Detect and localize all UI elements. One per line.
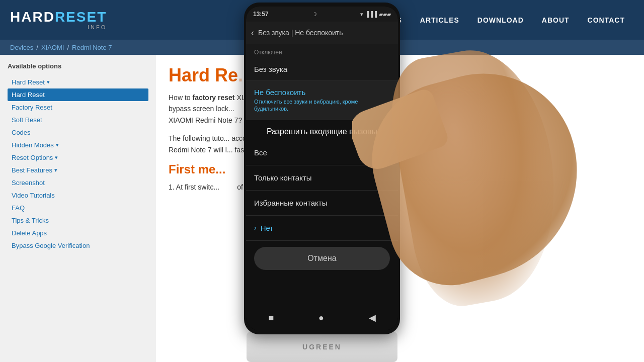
option-contacts[interactable]: Только контакты xyxy=(246,165,398,191)
sidebar-item-best-features[interactable]: Best Features ▾ xyxy=(8,164,148,176)
sidebar-item-label: Delete Apps xyxy=(12,229,47,237)
dropdown-arrow-icon: ▾ xyxy=(54,167,57,173)
sidebar-item-label: Hidden Modes xyxy=(12,141,54,149)
sidebar-item-soft-reset[interactable]: Soft Reset xyxy=(8,114,148,126)
sidebar-item-label: Best Features xyxy=(12,166,52,174)
sidebar-item-label: Codes xyxy=(12,129,31,136)
sidebar-item-delete-apps[interactable]: Delete Apps xyxy=(8,227,148,239)
phone-device: 13:57 ☽ ▾ ▐▐▐ ▰▰▰ ‹ Без звука | Не беспо… xyxy=(244,3,400,334)
nav-articles[interactable]: ARTICLES xyxy=(411,16,468,24)
phone-inner-content: Отключен Без звука Не беспокоить Отключи… xyxy=(246,44,398,305)
sidebar-item-label: FAQ xyxy=(12,204,25,212)
phone-area: UGREEN 13:57 ☽ ▾ ▐▐▐ ▰▰▰ ‹ Без звука | Н… xyxy=(231,0,413,362)
breadcrumb-device[interactable]: Redmi Note 7 xyxy=(72,44,112,51)
sidebar-item-tips[interactable]: Tips & Tricks xyxy=(8,214,148,227)
signal-icon: ▐▐▐ xyxy=(365,11,377,17)
nav-contact[interactable]: CONTACT xyxy=(579,16,634,24)
sidebar-item-label: Hard Reset xyxy=(12,78,45,86)
menu-dnd[interactable]: Не беспокоить Отключить все звуки и вибр… xyxy=(246,81,398,120)
status-bar: 13:57 ☽ ▾ ▐▐▐ ▰▰▰ xyxy=(246,7,398,22)
menu-dnd-sublabel: Отключить все звуки и вибрацию, кроме бу… xyxy=(254,98,390,113)
menu-silent[interactable]: Без звука xyxy=(246,58,398,81)
sidebar-item-video-tutorials[interactable]: Video Tutorials xyxy=(8,189,148,202)
logo-hard: HARD xyxy=(10,9,55,25)
sidebar-item-label: Reset Options xyxy=(12,154,53,161)
back-nav-button[interactable]: ◀ xyxy=(369,312,376,323)
logo-reset: RESET xyxy=(55,9,107,25)
sidebar-item-screenshot[interactable]: Screenshot xyxy=(8,176,148,189)
sidebar-item-reset-options[interactable]: Reset Options ▾ xyxy=(8,151,148,164)
sidebar-item-faq[interactable]: FAQ xyxy=(8,202,148,214)
option-none[interactable]: › Нет xyxy=(246,216,398,241)
sidebar-item-hidden-modes[interactable]: Hidden Modes ▾ xyxy=(8,139,148,151)
nav-about[interactable]: ABOUT xyxy=(533,16,579,24)
app-title: Без звука | Не беспокоить xyxy=(258,29,343,37)
breadcrumb-xiaomi[interactable]: XIAOMI xyxy=(41,44,64,51)
status-time: 13:57 xyxy=(253,11,269,18)
stand-base: UGREEN xyxy=(247,332,397,362)
status-icons: ▾ ▐▐▐ ▰▰▰ xyxy=(360,11,391,18)
sidebar: Available options Hard Reset ▾ Hard Rese… xyxy=(0,55,156,362)
stop-button[interactable]: ■ xyxy=(268,313,274,323)
cancel-button[interactable]: Отмена xyxy=(254,247,390,270)
sidebar-item-label: Video Tutorials xyxy=(12,192,55,199)
sidebar-item-hard-reset-parent[interactable]: Hard Reset ▾ xyxy=(8,76,148,88)
sidebar-item-label: Bypass Google Verification xyxy=(12,242,90,249)
sidebar-item-label: Factory Reset xyxy=(12,104,52,111)
chevron-right-icon: › xyxy=(254,224,257,232)
breadcrumb-devices[interactable]: Devices xyxy=(10,44,33,51)
stand-label: UGREEN xyxy=(302,343,342,351)
sidebar-title: Available options xyxy=(8,62,148,70)
sidebar-item-label: Tips & Tricks xyxy=(12,217,49,224)
bottom-nav: ■ ● ◀ xyxy=(246,305,398,330)
dropdown-arrow-icon: ▾ xyxy=(47,79,50,85)
home-button[interactable]: ● xyxy=(318,313,324,323)
sidebar-item-label: Soft Reset xyxy=(12,116,42,124)
section-disabled-label: Отключен xyxy=(246,44,398,58)
sidebar-item-factory-reset[interactable]: Factory Reset xyxy=(8,101,148,114)
breadcrumb-sep-2: / xyxy=(67,44,69,51)
phone-screen: 13:57 ☽ ▾ ▐▐▐ ▰▰▰ ‹ Без звука | Не беспо… xyxy=(246,7,398,330)
app-bar: ‹ Без звука | Не беспокоить xyxy=(246,22,398,44)
back-button[interactable]: ‹ xyxy=(251,28,254,38)
site-logo[interactable]: HARDRESET INFO xyxy=(10,10,107,30)
option-favorites[interactable]: Избранные контакты xyxy=(246,191,398,216)
logo-info: INFO xyxy=(10,24,107,30)
logo-text: HARDRESET xyxy=(10,10,107,24)
menu-dnd-label: Не беспокоить xyxy=(254,88,390,97)
status-moon-icon: ☽ xyxy=(312,11,317,18)
option-all[interactable]: Все xyxy=(246,140,398,165)
allow-calls-heading: Разрешить входящие вызовы xyxy=(246,120,398,140)
sidebar-item-hard-reset[interactable]: Hard Reset xyxy=(8,88,148,101)
sidebar-item-label: Screenshot xyxy=(12,179,45,187)
battery-icon: ▰▰▰ xyxy=(379,11,391,18)
dropdown-arrow-icon: ▾ xyxy=(56,142,59,148)
sidebar-item-bypass[interactable]: Bypass Google Verification xyxy=(8,239,148,252)
breadcrumb-sep-1: / xyxy=(36,44,38,51)
dropdown-arrow-icon: ▾ xyxy=(55,154,58,161)
sidebar-item-codes[interactable]: Codes xyxy=(8,126,148,139)
option-none-label: Нет xyxy=(261,224,274,232)
sidebar-item-label: Hard Reset xyxy=(12,91,45,99)
nav-download[interactable]: DOWNLOAD xyxy=(468,16,533,24)
wifi-icon: ▾ xyxy=(360,11,363,18)
